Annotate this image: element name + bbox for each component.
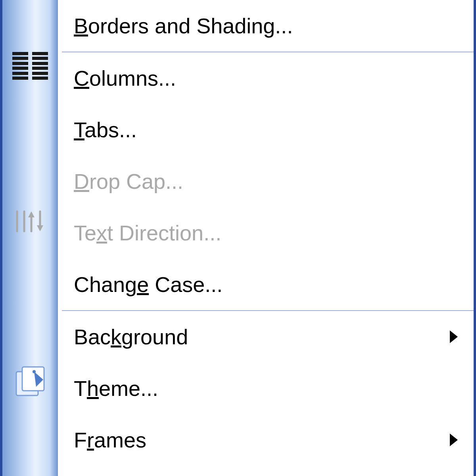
menu-item-label: Background [74,325,188,349]
menu-item-borders-shading[interactable]: Borders and Shading... [58,0,474,52]
menu-item-background[interactable]: Background [58,311,474,363]
theme-icon [12,364,48,399]
menu-icon-gutter [2,0,58,476]
menu-item-label: Frames [74,428,146,452]
menu-item-change-case[interactable]: Change Case... [58,259,474,310]
menu-items: Borders and Shading... Columns... Tabs..… [58,0,474,476]
menu-item-drop-cap: Drop Cap... [58,155,474,207]
menu-item-label: Text Direction... [74,221,221,245]
columns-icon [12,52,48,80]
svg-point-6 [33,370,36,373]
submenu-arrow-icon [450,330,458,343]
format-menu: Borders and Shading... Columns... Tabs..… [0,0,476,476]
menu-item-label: Columns... [74,66,176,90]
menu-item-label: Change Case... [74,273,223,296]
menu-item-theme[interactable]: Theme... [58,363,474,414]
menu-item-columns[interactable]: Columns... [58,52,474,104]
menu-item-text-direction: Text Direction... [58,207,474,259]
menu-item-label: Drop Cap... [74,169,183,193]
menu-item-frames[interactable]: Frames [58,414,474,466]
text-direction-icon [12,207,48,235]
submenu-arrow-icon [450,434,458,446]
menu-item-tabs[interactable]: Tabs... [58,104,474,155]
menu-item-label: Tabs... [74,118,137,142]
menu-item-label: Theme... [74,376,158,400]
menu-item-label: Borders and Shading... [74,14,293,38]
